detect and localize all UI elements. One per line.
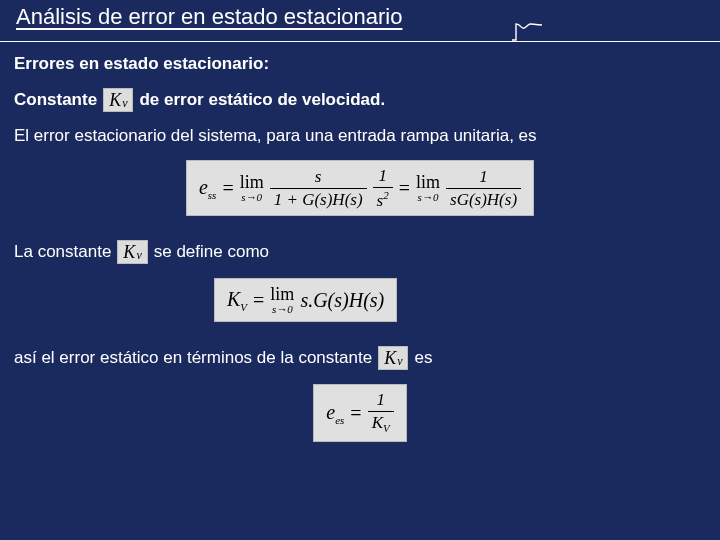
kv-base: K xyxy=(123,241,135,263)
slide-title: Análisis de error en estado estacionario xyxy=(16,4,402,30)
kv-sub: ν xyxy=(397,350,402,372)
eq1-lhs-base: e xyxy=(199,176,208,198)
kv-sub: ν xyxy=(122,92,127,114)
eq3-frac: 1 KV xyxy=(368,391,394,435)
limit-icon: lim s→0 xyxy=(240,173,264,203)
eq2-rhs: s.G(s)H(s) xyxy=(300,289,384,312)
line-define: La constante Kν se define como xyxy=(14,240,706,264)
line-intro: El error estacionario del sistema, para … xyxy=(14,126,706,146)
eq1-frac3-den: sG(s)H(s) xyxy=(446,191,521,209)
eq1-frac1: s 1 + G(s)H(s) xyxy=(270,168,367,209)
eq1-lim-bot: s→0 xyxy=(241,192,262,203)
equation-ees: ees = 1 KV xyxy=(14,384,706,442)
text-es: es xyxy=(414,348,432,368)
eq2-lim-top: lim xyxy=(270,285,294,303)
text-la-constante: La constante xyxy=(14,242,111,262)
equation-kv: KV = lim s→0 s.G(s)H(s) xyxy=(14,278,706,322)
eq1-lim-top: lim xyxy=(240,173,264,191)
eq1-frac3: 1 sG(s)H(s) xyxy=(446,168,521,209)
eq1-lhs-sub: ss xyxy=(208,189,217,201)
step-response-icon xyxy=(512,22,542,42)
equals-icon: = xyxy=(253,289,264,312)
slide-title-bar: Análisis de error en estado estacionario xyxy=(0,0,720,48)
limit-icon: lim s→0 xyxy=(270,285,294,315)
kv-base: K xyxy=(384,347,396,369)
text-velocidad: de error estático de velocidad. xyxy=(139,90,385,110)
equation-kv-box: KV = lim s→0 s.G(s)H(s) xyxy=(214,278,397,322)
eq1-frac2: 1 s2 xyxy=(373,167,393,209)
text-constante: Constante xyxy=(14,90,97,110)
eq3-lhs-sub: es xyxy=(335,414,344,426)
kv-base: K xyxy=(109,89,121,111)
equals-icon: = xyxy=(350,402,361,425)
eq1-lim-top-2: lim xyxy=(416,173,440,191)
eq3-lhs-base: e xyxy=(326,401,335,423)
eq1-frac1-num: s xyxy=(311,168,326,186)
eq2-lhs-base: K xyxy=(227,288,240,310)
kv-sub: ν xyxy=(136,244,141,266)
line-final: así el error estático en términos de la … xyxy=(14,346,706,370)
equation-ess-box: ess = lim s→0 s 1 + G(s)H(s) 1 s2 = lim … xyxy=(186,160,534,216)
equation-ess: ess = lim s→0 s 1 + G(s)H(s) 1 s2 = lim … xyxy=(14,160,706,216)
kv-symbol: Kν xyxy=(103,88,133,112)
slide-body: Errores en estado estacionario: Constant… xyxy=(0,48,720,442)
line-constante: Constante Kν de error estático de veloci… xyxy=(14,88,706,112)
text-asi: así el error estático en términos de la … xyxy=(14,348,372,368)
eq1-frac2-num: 1 xyxy=(374,167,391,185)
eq1-frac2-den-sup: 2 xyxy=(383,189,389,201)
equation-ees-box: ees = 1 KV xyxy=(313,384,406,442)
equals-icon: = xyxy=(399,177,410,200)
title-underline xyxy=(0,41,720,42)
eq1-frac1-den: 1 + G(s)H(s) xyxy=(270,191,367,209)
equals-icon: = xyxy=(222,177,233,200)
text-se-define: se define como xyxy=(154,242,269,262)
eq1-frac3-num: 1 xyxy=(475,168,492,186)
eq3-frac-den-sub: V xyxy=(383,423,390,435)
eq2-lim-bot: s→0 xyxy=(272,304,293,315)
eq1-lim-bot-2: s→0 xyxy=(418,192,439,203)
limit-icon: lim s→0 xyxy=(416,173,440,203)
eq3-frac-den-base: K xyxy=(372,413,383,432)
eq3-frac-num: 1 xyxy=(372,391,389,409)
subtitle: Errores en estado estacionario: xyxy=(14,54,706,74)
eq2-lhs-sub: V xyxy=(240,301,247,313)
kv-symbol: Kν xyxy=(117,240,147,264)
kv-symbol: Kν xyxy=(378,346,408,370)
